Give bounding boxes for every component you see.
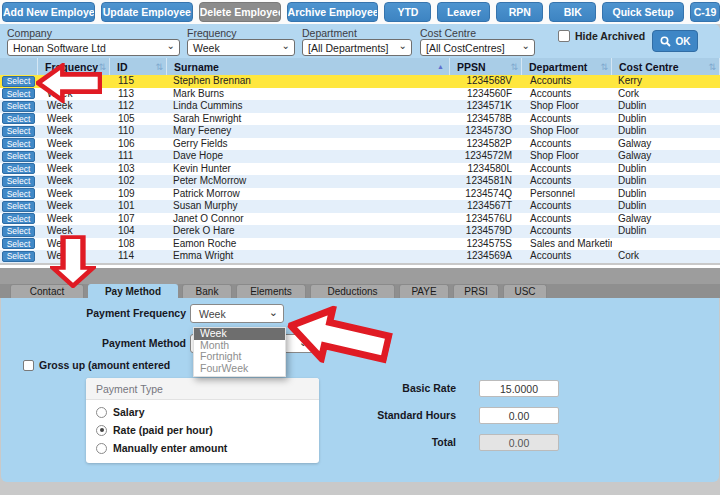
ok-label: OK	[676, 36, 691, 47]
table-row[interactable]: Select Week 110 Mary Feeney 1234573O Sho…	[0, 125, 720, 138]
column-header-surname[interactable]: Surname▲	[167, 58, 450, 75]
payment-frequency-select[interactable]: Week	[190, 304, 284, 323]
department-select[interactable]: [All Departments]	[302, 39, 412, 56]
tab-paye[interactable]: PAYE	[399, 284, 449, 298]
row-select-button[interactable]: Select	[2, 226, 35, 237]
table-row[interactable]: Select Week 113 Mark Burns 1234560F Acco…	[0, 88, 720, 101]
cell-department: Accounts	[522, 200, 612, 213]
cell-ppsn: 1234578B	[450, 113, 522, 126]
row-select-button[interactable]: Select	[2, 88, 35, 99]
gross-up-checkbox[interactable]	[23, 360, 34, 371]
table-row[interactable]: Select Week 105 Sarah Enwright 1234578B …	[0, 113, 720, 126]
cell-department: Accounts	[522, 225, 612, 238]
toolbar-button-bik[interactable]: BIK	[549, 2, 596, 22]
dropdown-option-fortnight[interactable]: Fortnight	[194, 351, 285, 363]
toolbar-button-delete-employee[interactable]: Delete Employee	[199, 2, 281, 22]
tab-elements[interactable]: Elements	[236, 284, 306, 298]
radio-icon[interactable]	[96, 443, 107, 454]
table-header: Frequency⇅ID⇅Surname▲PPSN⇅Department⇅Cos…	[0, 58, 720, 75]
payment-type-option-rate-paid-per-hour-[interactable]: Rate (paid per hour)	[96, 424, 319, 436]
dropdown-option-week[interactable]: Week	[194, 328, 285, 340]
tab-pay-method[interactable]: Pay Method	[88, 284, 178, 298]
sort-icon: ⇅	[600, 62, 608, 72]
cell-id: 115	[110, 75, 167, 88]
table-row[interactable]: Select Week 107 Janet O Connor 1234576U …	[0, 213, 720, 226]
cell-cost-centre: Dublin	[612, 163, 720, 176]
cell-ppsn: 1234575S	[450, 238, 522, 251]
tab-deductions[interactable]: Deductions	[310, 284, 395, 298]
cell-surname: Mary Feeney	[167, 125, 450, 138]
table-row[interactable]: Select Week 108 Eamon Roche 1234575S Sal…	[0, 238, 720, 251]
column-header-id[interactable]: ID⇅	[110, 58, 167, 75]
basic-rate-input[interactable]	[479, 380, 559, 397]
cell-ppsn: 1234574Q	[450, 188, 522, 201]
payment-type-option-manually-enter-amount[interactable]: Manually enter amount	[96, 442, 319, 454]
row-select-button[interactable]: Select	[2, 201, 35, 212]
cell-cost-centre: Dublin	[612, 175, 720, 188]
cell-id: 105	[110, 113, 167, 126]
column-header-cost-centre[interactable]: Cost Centre⇅	[612, 58, 720, 75]
row-select-button[interactable]: Select	[2, 113, 35, 124]
toolbar-button-c-19[interactable]: C-19	[690, 2, 720, 22]
cell-department: Accounts	[522, 75, 612, 88]
cost-centre-select[interactable]: [All CostCentres]	[420, 39, 535, 56]
company-select[interactable]: Honan Software Ltd	[7, 39, 180, 56]
table-row[interactable]: Select Week 101 Susan Murphy 1234567T Ac…	[0, 200, 720, 213]
cell-surname: Janet O Connor	[167, 213, 450, 226]
table-row[interactable]: Select Week 111 Dave Hope 1234572M Shop …	[0, 150, 720, 163]
cell-ppsn: 1234560F	[450, 88, 522, 101]
toolbar-button-rpn[interactable]: RPN	[496, 2, 543, 22]
payment-type-option-salary[interactable]: Salary	[96, 406, 319, 418]
standard-hours-input[interactable]	[479, 407, 559, 424]
tab-usc[interactable]: USC	[503, 284, 547, 298]
row-select-button[interactable]: Select	[2, 76, 35, 87]
hide-archived-checkbox[interactable]	[558, 30, 570, 42]
table-row[interactable]: Select Week 114 Emma Wright 1234569A Acc…	[0, 250, 720, 263]
row-select-button[interactable]: Select	[2, 238, 35, 249]
column-header-frequency[interactable]: Frequency⇅	[38, 58, 110, 75]
toolbar-button-add-new-employee[interactable]: Add New Employee	[2, 2, 95, 22]
tab-bank[interactable]: Bank	[182, 284, 232, 298]
tab-contact[interactable]: Contact	[10, 284, 84, 298]
table-row[interactable]: Select Week 106 Gerry Fields 1234582P Ac…	[0, 138, 720, 151]
toolbar-button-quick-setup[interactable]: Quick Setup	[602, 2, 684, 22]
column-header-department[interactable]: Department⇅	[522, 58, 612, 75]
row-select-button[interactable]: Select	[2, 251, 35, 262]
row-select-button[interactable]: Select	[2, 126, 35, 137]
row-select-button[interactable]: Select	[2, 151, 35, 162]
cell-id: 106	[110, 138, 167, 151]
company-label: Company	[7, 27, 52, 39]
cell-frequency: Week	[38, 200, 110, 213]
row-select-button[interactable]: Select	[2, 163, 35, 174]
toolbar-button-leaver[interactable]: Leaver	[437, 2, 490, 22]
row-select-button[interactable]: Select	[2, 213, 35, 224]
cell-frequency: Week	[38, 213, 110, 226]
toolbar-button-ytd[interactable]: YTD	[384, 2, 431, 22]
table-row[interactable]: Select Week 109 Patrick Morrow 1234574Q …	[0, 188, 720, 201]
tab-prsi[interactable]: PRSI	[453, 284, 499, 298]
frequency-select[interactable]: Week	[187, 39, 295, 56]
row-select-button[interactable]: Select	[2, 188, 35, 199]
row-select-button[interactable]: Select	[2, 176, 35, 187]
cell-ppsn: 1234571K	[450, 100, 522, 113]
search-ok-button[interactable]: OK	[652, 30, 698, 52]
sort-icon: ⇅	[510, 62, 518, 72]
row-select-button[interactable]: Select	[2, 138, 35, 149]
row-select-button[interactable]: Select	[2, 101, 35, 112]
cell-surname: Susan Murphy	[167, 200, 450, 213]
hide-archived-label: Hide Archived	[575, 30, 645, 42]
table-row[interactable]: Select Week 115 Stephen Brennan 1234568V…	[0, 75, 720, 88]
toolbar-button-archive-employee[interactable]: Archive Employee	[287, 2, 379, 22]
radio-icon[interactable]	[96, 407, 107, 418]
column-header-ppsn[interactable]: PPSN⇅	[450, 58, 522, 75]
cell-frequency: Week	[38, 138, 110, 151]
table-row[interactable]: Select Week 104 Derek O Hare 1234579D Ac…	[0, 225, 720, 238]
standard-hours-label: Standard Hours	[331, 409, 456, 421]
dropdown-option-fourweek[interactable]: FourWeek	[194, 363, 285, 375]
toolbar-button-update-employee[interactable]: Update Employee	[101, 2, 193, 22]
cell-ppsn: 1234582P	[450, 138, 522, 151]
table-row[interactable]: Select Week 103 Kevin Hunter 1234580L Ac…	[0, 163, 720, 176]
radio-icon[interactable]	[96, 425, 107, 436]
table-row[interactable]: Select Week 112 Linda Cummins 1234571K S…	[0, 100, 720, 113]
table-row[interactable]: Select Week 102 Peter McMorrow 1234581N …	[0, 175, 720, 188]
